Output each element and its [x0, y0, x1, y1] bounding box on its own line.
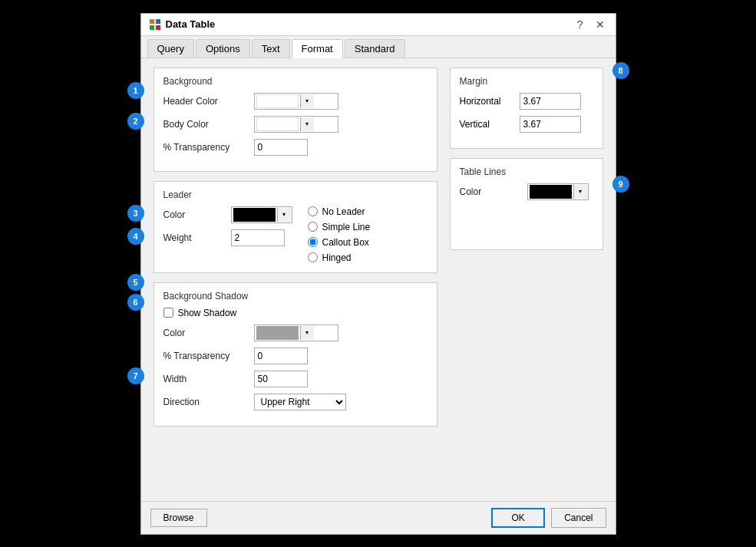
show-shadow-row: Show Shadow [163, 308, 428, 318]
title-bar-left: Data Table [149, 18, 216, 31]
leader-color-row: Color ▾ [163, 206, 292, 223]
leader-content: Color ▾ Weight [163, 206, 428, 263]
svg-rect-2 [150, 25, 154, 30]
transparency-row: % Transparency [163, 139, 428, 156]
shadow-direction-label: Direction [163, 397, 248, 407]
help-button[interactable]: ? [574, 18, 586, 31]
body-color-arrow[interactable]: ▾ [300, 117, 314, 131]
shadow-width-input[interactable] [254, 371, 308, 387]
shadow-section-title: Background Shadow [163, 291, 428, 302]
leader-color-picker[interactable]: ▾ [231, 206, 292, 223]
radio-no-leader[interactable]: No Leader [308, 206, 428, 217]
badge-3: 3 [127, 205, 144, 222]
badge-5: 5 [127, 274, 144, 291]
radio-hinged-input[interactable] [308, 252, 318, 262]
margin-section: 8 Margin Horizontal Vertical [450, 68, 603, 149]
badge-7: 7 [127, 367, 144, 384]
badge-1: 1 [127, 82, 144, 99]
ok-button[interactable]: OK [491, 508, 545, 528]
radio-simple-line-label: Simple Line [322, 222, 371, 232]
shadow-color-row: Color ▾ [163, 325, 428, 341]
leader-color-swatch [233, 208, 276, 222]
leader-weight-input[interactable] [231, 229, 285, 246]
margin-section-title: Margin [460, 76, 593, 87]
radio-no-leader-input[interactable] [308, 206, 318, 216]
radio-callout-box-label: Callout Box [322, 237, 369, 248]
show-shadow-label: Show Shadow [178, 308, 237, 318]
dialog-window: Data Table ? ✕ Query Options Text Format… [140, 13, 616, 535]
background-shadow-section: 6 7 Background Shadow Show Shadow Color … [154, 282, 437, 427]
title-bar-buttons: ? ✕ [574, 18, 608, 31]
badge-8: 8 [612, 62, 629, 79]
tab-standard[interactable]: Standard [345, 39, 405, 58]
shadow-color-label: Color [163, 328, 248, 338]
close-button[interactable]: ✕ [593, 18, 608, 31]
vertical-row: Vertical [460, 116, 593, 133]
title-bar: Data Table ? ✕ [141, 14, 616, 36]
tab-query[interactable]: Query [147, 39, 194, 58]
radio-simple-line-input[interactable] [308, 222, 318, 232]
badge-4: 4 [127, 228, 144, 245]
header-color-row: Header Color ▾ [163, 93, 428, 110]
tab-text[interactable]: Text [252, 39, 290, 58]
table-lines-color-swatch [530, 185, 572, 199]
vertical-label: Vertical [460, 119, 513, 130]
radio-hinged-label: Hinged [322, 252, 352, 263]
leader-weight-label: Weight [163, 232, 225, 243]
shadow-transparency-row: % Transparency [163, 348, 428, 364]
leader-right: No Leader Simple Line Callout Box [305, 206, 428, 263]
shadow-width-row: Width [163, 371, 428, 387]
shadow-width-label: Width [163, 374, 248, 384]
header-color-arrow[interactable]: ▾ [300, 94, 314, 108]
table-lines-color-picker[interactable]: ▾ [527, 183, 589, 200]
body-color-row: Body Color ▾ [163, 116, 428, 133]
right-column: 8 Margin Horizontal Vertical 9 Table Lin… [450, 68, 603, 436]
left-column: 1 2 Background Header Color ▾ Body Color… [154, 68, 437, 436]
background-section-title: Background [163, 76, 428, 87]
table-lines-color-arrow[interactable]: ▾ [573, 185, 587, 199]
shadow-color-picker[interactable]: ▾ [254, 325, 338, 341]
radio-callout-box[interactable]: Callout Box [308, 237, 428, 248]
leader-weight-row: Weight [163, 229, 292, 246]
table-lines-color-row: Color ▾ [460, 183, 593, 200]
body-color-label: Body Color [163, 119, 248, 130]
svg-rect-1 [156, 19, 160, 24]
badge-9: 9 [612, 176, 629, 193]
svg-rect-0 [150, 19, 154, 24]
badge-6: 6 [127, 294, 144, 311]
leader-section: 3 4 5 Leader Color ▾ [154, 181, 437, 273]
table-lines-section: 9 Table Lines Color ▾ [450, 158, 603, 250]
leader-radio-group: No Leader Simple Line Callout Box [308, 206, 428, 263]
tab-bar: Query Options Text Format Standard [141, 36, 616, 58]
table-lines-title: Table Lines [460, 166, 593, 177]
radio-no-leader-label: No Leader [322, 206, 365, 217]
leader-color-arrow[interactable]: ▾ [277, 208, 291, 222]
body-color-picker[interactable]: ▾ [254, 116, 338, 133]
cancel-button[interactable]: Cancel [551, 508, 606, 528]
header-color-label: Header Color [163, 96, 248, 107]
shadow-direction-row: Direction Upper Right Upper Left Lower R… [163, 394, 428, 410]
body-color-swatch [256, 117, 299, 131]
footer-right-buttons: OK Cancel [491, 508, 606, 528]
tab-format[interactable]: Format [292, 39, 343, 58]
horizontal-label: Horizontal [460, 96, 513, 107]
dialog-title: Data Table [166, 18, 216, 30]
horizontal-input[interactable] [520, 93, 581, 110]
shadow-direction-select[interactable]: Upper Right Upper Left Lower Right Lower… [254, 394, 346, 410]
header-color-picker[interactable]: ▾ [254, 93, 338, 110]
show-shadow-checkbox[interactable] [163, 308, 173, 318]
transparency-input[interactable] [254, 139, 308, 156]
browse-button[interactable]: Browse [150, 509, 207, 527]
transparency-label: % Transparency [163, 142, 248, 153]
radio-simple-line[interactable]: Simple Line [308, 222, 428, 232]
radio-callout-box-input[interactable] [308, 237, 318, 247]
shadow-transparency-label: % Transparency [163, 351, 248, 361]
tab-options[interactable]: Options [196, 39, 250, 58]
vertical-input[interactable] [520, 116, 581, 133]
shadow-transparency-input[interactable] [254, 348, 308, 364]
radio-hinged[interactable]: Hinged [308, 252, 428, 263]
dialog-footer: Browse OK Cancel [141, 501, 616, 534]
shadow-color-arrow[interactable]: ▾ [300, 326, 314, 340]
background-section: 1 2 Background Header Color ▾ Body Color… [154, 68, 437, 172]
horizontal-row: Horizontal [460, 93, 593, 110]
